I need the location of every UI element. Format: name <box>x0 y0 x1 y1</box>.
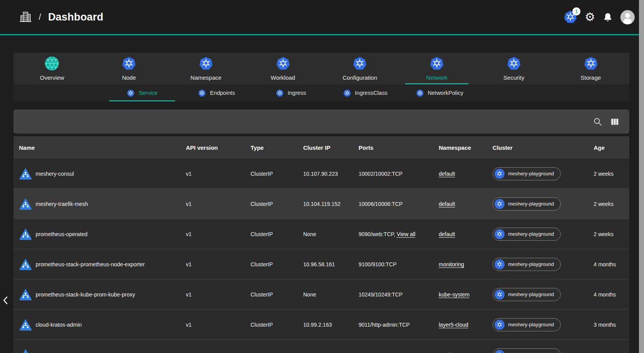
column-header[interactable]: Cluster IP <box>303 144 359 151</box>
cluster-chip[interactable]: meshery-playground <box>493 318 561 331</box>
kubernetes-icon <box>495 229 505 239</box>
kubernetes-icon <box>352 56 367 71</box>
vertical-scrollbar[interactable] <box>639 0 644 353</box>
view-columns-button[interactable] <box>610 117 620 127</box>
cluster-chip[interactable]: meshery-playground <box>493 197 561 211</box>
resource-tab[interactable]: Configuration <box>321 53 398 84</box>
page-title: Dashboard <box>48 11 103 23</box>
column-header[interactable]: Name <box>14 144 186 151</box>
table-row[interactable]: cloud-kratos-admin v1 ClusterIP 10.99.2.… <box>14 310 629 340</box>
table-row[interactable]: meshery- meshery-playground <box>14 340 629 353</box>
table-row[interactable]: prometheus-stack-kube-prom-kube-proxy v1… <box>14 279 629 310</box>
resource-tab-label: Security <box>503 74 524 81</box>
resource-tab[interactable]: Namespace <box>168 53 245 84</box>
column-header[interactable]: API version <box>186 144 251 151</box>
namespace-cell: layer5-cloud <box>439 322 493 328</box>
table-header-row: Name API version Type Cluster IP Ports N… <box>14 136 629 159</box>
namespace-cell: default <box>439 171 493 177</box>
namespace-link[interactable]: default <box>439 171 455 177</box>
notifications-bell-icon[interactable] <box>603 12 613 22</box>
api-version-cell: v1 <box>186 231 251 237</box>
column-header[interactable]: Age <box>594 144 629 151</box>
column-header[interactable]: Type <box>251 144 303 151</box>
organization-building-icon[interactable] <box>19 11 32 23</box>
kubernetes-icon <box>495 259 505 269</box>
subtab-label: Ingress <box>288 90 306 96</box>
view-all-link[interactable]: View all <box>397 231 416 237</box>
kubernetes-icon <box>429 56 444 71</box>
namespace-cell: monitoring <box>439 261 493 267</box>
resource-tab-label: Overview <box>40 74 64 81</box>
collapse-panel-button[interactable] <box>1 293 9 307</box>
kubernetes-icon <box>495 290 505 300</box>
resource-tab[interactable]: Workload <box>244 53 321 84</box>
cluster-chip[interactable]: meshery-playground <box>493 258 561 271</box>
network-subtabs: Service Endpoints Ingress IngressClass N… <box>14 84 629 101</box>
kubernetes-icon <box>495 199 505 209</box>
resource-tab-label: Namespace <box>191 74 222 81</box>
cluster-chip[interactable]: meshery-playground <box>493 228 561 241</box>
subtab[interactable]: Service <box>105 84 179 101</box>
cluster-cell: meshery-playground <box>493 258 594 271</box>
cluster-ip-cell: 10.96.58.161 <box>303 261 359 267</box>
cluster-name: meshery-playground <box>508 231 554 237</box>
cluster-cell: meshery-playground <box>493 228 594 241</box>
table-row[interactable]: meshery-traefik-mesh v1 ClusterIP 10.104… <box>14 189 629 219</box>
type-cell: ClusterIP <box>251 171 303 177</box>
subtab[interactable]: Ingress <box>254 84 328 101</box>
column-header[interactable]: Ports <box>359 144 439 151</box>
type-cell: ClusterIP <box>251 201 303 207</box>
kubernetes-icon <box>122 56 136 71</box>
namespace-link[interactable]: layer5-cloud <box>439 322 468 328</box>
ports-cell: 10249/10249:TCP <box>359 291 439 298</box>
cluster-name: meshery-playground <box>508 261 554 267</box>
namespace-link[interactable]: monitoring <box>439 261 464 267</box>
person-icon <box>620 10 635 24</box>
subtab[interactable]: Endpoints <box>179 84 254 101</box>
subtab[interactable]: NetworkPolicy <box>402 84 477 101</box>
resource-tab[interactable]: Security <box>476 53 553 84</box>
resource-tab-label: Network <box>426 74 448 81</box>
cluster-ip-cell: None <box>303 291 359 298</box>
kubernetes-context-switcher[interactable]: 1 <box>563 10 577 24</box>
kubernetes-icon <box>199 56 213 71</box>
name-cell: cloud-kratos-admin <box>14 318 186 331</box>
subtab-label: Endpoints <box>210 90 235 96</box>
resource-tab-label: Configuration <box>343 74 377 81</box>
namespace-link[interactable]: default <box>439 231 455 237</box>
api-version-cell: v1 <box>186 322 251 328</box>
namespace-link[interactable]: meshery- <box>439 352 461 353</box>
cluster-ip-cell: 10.107.90.223 <box>303 171 359 177</box>
kubernetes-service-icon <box>19 258 33 271</box>
table-row[interactable]: prometheus-operated v1 ClusterIP None 90… <box>14 219 629 249</box>
cluster-cell: meshery-playground <box>493 167 594 180</box>
search-button[interactable] <box>593 117 603 127</box>
kubernetes-icon <box>276 89 284 97</box>
ports-cell: 10002/10002:TCP <box>359 171 439 177</box>
subtab[interactable]: IngressClass <box>328 84 402 101</box>
kubernetes-service-icon <box>19 348 33 353</box>
namespace-link[interactable]: default <box>439 201 455 207</box>
resource-tab[interactable]: Storage <box>552 53 629 84</box>
table-row[interactable]: prometheus-stack-prometheus-node-exporte… <box>14 249 629 279</box>
kubernetes-icon <box>495 350 505 353</box>
resource-tab[interactable]: Node <box>91 53 168 84</box>
ports-cell: 10006/10006:TCP <box>359 201 439 207</box>
settings-gear-icon[interactable]: ⚙ <box>585 11 595 23</box>
column-header[interactable]: Namespace <box>439 144 493 151</box>
column-header[interactable]: Cluster <box>493 144 594 151</box>
user-avatar[interactable] <box>620 10 635 24</box>
cluster-chip[interactable]: meshery-playground <box>493 167 561 180</box>
cluster-chip[interactable]: meshery-playground <box>493 288 561 301</box>
subtab-label: IngressClass <box>355 90 388 96</box>
namespace-link[interactable]: kube-system <box>439 291 469 298</box>
kubernetes-icon <box>276 56 290 71</box>
api-version-cell: v1 <box>186 261 251 267</box>
cluster-chip[interactable]: meshery-playground <box>493 348 561 353</box>
resource-tab[interactable]: Overview <box>14 53 91 84</box>
resource-tab[interactable]: Network <box>398 53 476 84</box>
cluster-ip-cell: 10.99.2.163 <box>303 322 359 328</box>
kubernetes-service-icon <box>19 167 33 180</box>
table-row[interactable]: meshery-consul v1 ClusterIP 10.107.90.22… <box>14 159 629 189</box>
app-header: / Dashboard 1 ⚙ <box>0 0 644 34</box>
